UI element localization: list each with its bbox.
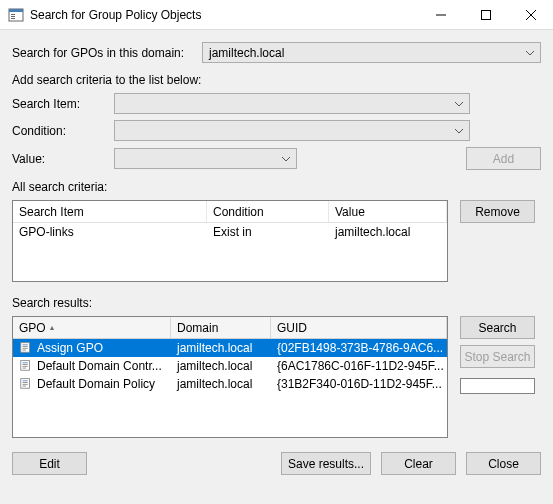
clear-button[interactable]: Clear [381, 452, 456, 475]
remove-button[interactable]: Remove [460, 200, 535, 223]
criteria-header-searchitem[interactable]: Search Item [13, 201, 207, 222]
svg-rect-11 [23, 346, 28, 347]
criteria-table: Search Item Condition Value GPO-linksExi… [12, 200, 448, 282]
svg-rect-19 [21, 378, 30, 388]
search-item-label: Search Item: [12, 97, 114, 111]
chevron-down-icon [455, 97, 463, 111]
value-dropdown[interactable] [114, 148, 297, 169]
criteria-header-value[interactable]: Value [329, 201, 447, 222]
svg-rect-10 [23, 344, 28, 345]
value-label: Value: [12, 152, 114, 166]
svg-rect-22 [23, 383, 28, 384]
domain-value: jamiltech.local [209, 46, 284, 60]
condition-label: Condition: [12, 124, 114, 138]
gpo-icon [19, 376, 33, 393]
svg-rect-14 [21, 360, 30, 370]
sort-ascending-icon: ▴ [50, 323, 54, 332]
results-header-guid[interactable]: GUID [271, 317, 447, 338]
results-cell-domain: jamiltech.local [171, 377, 271, 391]
edit-button[interactable]: Edit [12, 452, 87, 475]
results-table: GPO▴ Domain GUID Assign GPOjamiltech.loc… [12, 316, 448, 438]
results-cell-guid: {31B2F340-016D-11D2-945F... [271, 377, 447, 391]
criteria-row[interactable]: GPO-linksExist injamiltech.local [13, 223, 447, 241]
svg-rect-4 [11, 18, 15, 19]
results-row[interactable]: Default Domain Contr...jamiltech.local{6… [13, 357, 447, 375]
svg-rect-23 [23, 385, 27, 386]
svg-rect-15 [23, 362, 28, 363]
progress-indicator [460, 378, 535, 394]
svg-rect-21 [23, 382, 28, 383]
criteria-header-condition[interactable]: Condition [207, 201, 329, 222]
chevron-down-icon [455, 124, 463, 138]
chevron-down-icon [282, 152, 290, 166]
results-cell-gpo: Default Domain Policy [13, 376, 171, 393]
minimize-button[interactable] [418, 0, 463, 29]
stop-search-button[interactable]: Stop Search [460, 345, 535, 368]
criteria-cell-condition: Exist in [207, 225, 329, 239]
svg-rect-13 [23, 349, 27, 350]
save-results-button[interactable]: Save results... [281, 452, 371, 475]
svg-rect-6 [481, 10, 490, 19]
domain-dropdown[interactable]: jamiltech.local [202, 42, 541, 63]
svg-rect-16 [23, 364, 28, 365]
app-icon [8, 7, 24, 23]
all-criteria-heading: All search criteria: [12, 180, 541, 194]
criteria-heading: Add search criteria to the list below: [12, 73, 541, 87]
titlebar: Search for Group Policy Objects [0, 0, 553, 30]
gpo-icon [19, 340, 33, 357]
criteria-cell-searchitem: GPO-links [13, 225, 207, 239]
svg-rect-18 [23, 367, 27, 368]
search-item-dropdown[interactable] [114, 93, 470, 114]
results-cell-gpo: Assign GPO [13, 340, 171, 357]
svg-rect-3 [11, 16, 15, 17]
results-cell-domain: jamiltech.local [171, 359, 271, 373]
window-title: Search for Group Policy Objects [30, 8, 418, 22]
close-dialog-button[interactable]: Close [466, 452, 541, 475]
search-button[interactable]: Search [460, 316, 535, 339]
chevron-down-icon [526, 46, 534, 60]
results-row[interactable]: Assign GPOjamiltech.local{02FB1498-373B-… [13, 339, 447, 357]
gpo-icon [19, 358, 33, 375]
domain-label: Search for GPOs in this domain: [12, 46, 202, 60]
results-cell-gpo: Default Domain Contr... [13, 358, 171, 375]
add-button[interactable]: Add [466, 147, 541, 170]
condition-dropdown[interactable] [114, 120, 470, 141]
svg-rect-1 [9, 9, 23, 12]
results-cell-guid: {6AC1786C-016F-11D2-945F... [271, 359, 447, 373]
results-cell-guid: {02FB1498-373B-4786-9AC6... [271, 341, 447, 355]
svg-rect-12 [23, 347, 28, 348]
maximize-button[interactable] [463, 0, 508, 29]
results-header-domain[interactable]: Domain [171, 317, 271, 338]
results-header-gpo[interactable]: GPO▴ [13, 317, 171, 338]
svg-rect-17 [23, 365, 28, 366]
criteria-cell-value: jamiltech.local [329, 225, 447, 239]
results-heading: Search results: [12, 296, 541, 310]
svg-rect-9 [21, 342, 30, 352]
close-button[interactable] [508, 0, 553, 29]
svg-rect-20 [23, 380, 28, 381]
results-cell-domain: jamiltech.local [171, 341, 271, 355]
svg-rect-2 [11, 14, 15, 15]
results-row[interactable]: Default Domain Policyjamiltech.local{31B… [13, 375, 447, 393]
